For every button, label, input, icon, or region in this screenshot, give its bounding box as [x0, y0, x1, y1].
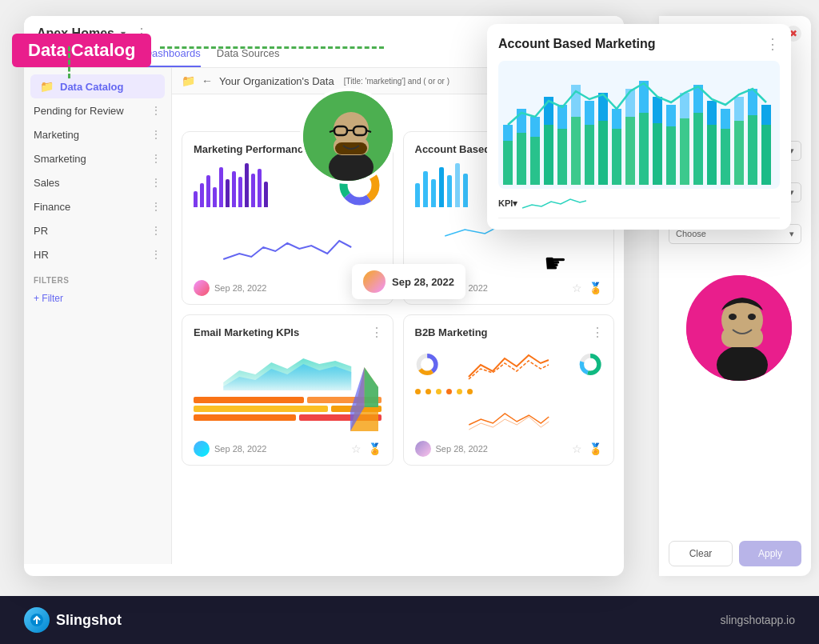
finance-menu-icon[interactable]: ⋮	[150, 200, 162, 213]
dot	[436, 389, 441, 394]
card-menu-4[interactable]: ⋮	[591, 325, 604, 340]
bar-chart-wrapper	[194, 163, 331, 207]
bar	[447, 175, 452, 207]
b2b-wave	[445, 349, 572, 381]
svg-rect-52	[734, 121, 744, 185]
avatar-person-1	[300, 88, 396, 184]
star-icon-4[interactable]: ☆	[572, 442, 582, 455]
kpi-label: KPI▾	[498, 198, 517, 209]
sidebar-item-hr[interactable]: HR ⋮	[24, 242, 171, 266]
b2b-top-charts	[415, 346, 603, 382]
dot	[415, 389, 421, 394]
filters-section-label: FILTERS	[24, 266, 171, 288]
footer-url: slingshotapp.io	[721, 614, 795, 626]
cursor-hand-icon: ☛	[544, 248, 567, 278]
svg-rect-35	[503, 141, 513, 185]
dashed-line-v	[68, 46, 70, 78]
tab-datasources[interactable]: Data Sources	[217, 47, 280, 67]
dot	[467, 389, 473, 394]
svg-rect-48	[680, 118, 689, 185]
filter-text: [Title: 'marketing'] and ( or or )	[344, 77, 449, 86]
filter-breadcrumb: Your Organization's Data	[219, 75, 334, 87]
hr-menu-icon[interactable]: ⋮	[150, 248, 162, 261]
sidebar-item-label-marketing: Marketing	[34, 129, 144, 141]
line-chart-1	[194, 231, 382, 267]
sidebar-item-smarketing[interactable]: Smarketing ⋮	[24, 146, 171, 170]
card-actions-3: ☆ 🏅	[351, 442, 382, 455]
sales-menu-icon[interactable]: ⋮	[150, 176, 162, 189]
abm-bar-chart-big	[498, 61, 780, 189]
card-date-3: Sep 28, 2022	[214, 444, 346, 454]
add-filter-button[interactable]: + Filter	[24, 288, 171, 309]
folder-icon: 📁	[40, 80, 54, 93]
tooltip-date: Sep 28, 2022	[392, 276, 454, 288]
abm-menu-icon[interactable]: ⋮	[765, 35, 780, 53]
sidebar-item-marketing[interactable]: Marketing ⋮	[24, 122, 171, 146]
bar	[245, 163, 249, 207]
apply-button[interactable]: Apply	[739, 541, 801, 566]
bar	[258, 169, 262, 207]
tooltip-avatar	[363, 270, 386, 293]
svg-rect-37	[530, 137, 540, 185]
card-actions-2: ☆ 🏅	[572, 282, 602, 294]
sidebar-item-label-finance: Finance	[34, 201, 144, 213]
b2b-bottom-wave	[415, 399, 603, 431]
svg-point-69	[729, 314, 737, 320]
svg-point-67	[717, 346, 768, 384]
hbar	[194, 406, 328, 412]
donut-b2b-1	[415, 346, 439, 382]
svg-rect-49	[693, 113, 703, 185]
pending-menu-icon[interactable]: ⋮	[150, 104, 162, 117]
svg-marker-7	[364, 367, 378, 407]
medal-icon-4[interactable]: 🏅	[589, 442, 602, 455]
abm-popup-title: Account Based Marketing	[498, 37, 655, 51]
clear-button[interactable]: Clear	[669, 541, 733, 566]
bar	[200, 183, 204, 207]
back-icon[interactable]: ←	[202, 74, 213, 87]
sidebar-item-sales[interactable]: Sales ⋮	[24, 170, 171, 194]
avatar-4	[415, 441, 431, 457]
footer: Slingshot slingshotapp.io	[0, 596, 819, 644]
svg-rect-45	[639, 113, 649, 185]
email-kpi-chart	[194, 346, 382, 421]
svg-rect-39	[557, 129, 567, 185]
avatar-1	[194, 280, 210, 296]
svg-rect-38	[544, 125, 553, 185]
medal-icon-2[interactable]: 🏅	[589, 282, 602, 294]
medal-icon-3[interactable]: 🏅	[368, 442, 382, 455]
sidebar-item-label-smarketing: Smarketing	[34, 153, 144, 165]
donut-b2b-2	[578, 346, 602, 382]
svg-rect-54	[761, 125, 771, 185]
hbar	[194, 397, 304, 403]
smarketing-menu-icon[interactable]: ⋮	[150, 152, 162, 165]
sidebar-item-pending[interactable]: Pending for Review ⋮	[24, 98, 171, 122]
bar	[226, 179, 230, 207]
sidebar-item-label-pr: PR	[34, 225, 144, 237]
svg-rect-44	[625, 117, 635, 185]
bar	[251, 174, 255, 207]
sidebar-item-finance[interactable]: Finance ⋮	[24, 194, 171, 218]
star-icon-2[interactable]: ☆	[572, 282, 582, 294]
tab-dashboards[interactable]: Dashboards	[145, 47, 201, 67]
bar	[431, 179, 436, 207]
bar	[415, 183, 420, 207]
avatar-3	[194, 441, 210, 457]
marketing-menu-icon[interactable]: ⋮	[150, 128, 162, 141]
svg-rect-47	[666, 126, 676, 185]
star-icon-3[interactable]: ☆	[351, 442, 362, 455]
abm-popup-header: Account Based Marketing ⋮	[498, 35, 780, 53]
bar	[219, 167, 223, 207]
card-menu-3[interactable]: ⋮	[370, 325, 383, 340]
bar	[238, 177, 242, 207]
svg-rect-50	[707, 125, 717, 185]
bar	[439, 167, 444, 207]
card-actions-4: ☆ 🏅	[572, 442, 602, 455]
sidebar-item-label-datacatalog: Data Catalog	[60, 81, 155, 93]
svg-rect-51	[721, 129, 730, 185]
card-title-4: B2B Marketing	[415, 326, 603, 338]
pr-menu-icon[interactable]: ⋮	[150, 224, 162, 237]
sidebar-item-pr[interactable]: PR ⋮	[24, 218, 171, 242]
sidebar-item-data-catalog[interactable]: 📁 Data Catalog	[30, 74, 165, 98]
svg-rect-40	[571, 117, 581, 185]
dot	[425, 389, 431, 394]
